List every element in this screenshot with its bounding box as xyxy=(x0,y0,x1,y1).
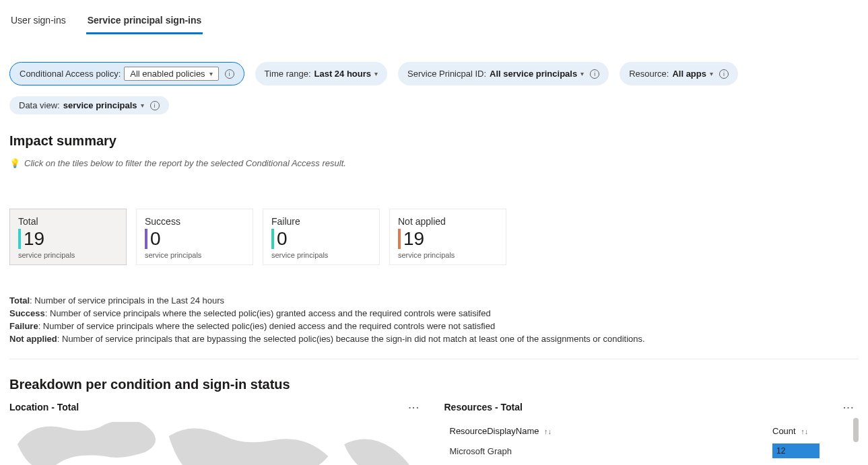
col-count[interactable]: Count ↑↓ xyxy=(772,426,853,436)
sort-icon: ↑↓ xyxy=(544,427,552,435)
tile-total-value: 19 xyxy=(24,228,44,250)
panel-resources-title: Resources - Total xyxy=(444,402,523,413)
tile-failure-bar xyxy=(271,229,274,249)
tile-na-label: Not applied xyxy=(398,216,498,227)
chevron-down-icon: ▾ xyxy=(710,70,713,77)
panel-location-menu[interactable]: ··· xyxy=(405,402,424,413)
panel-resources-menu[interactable]: ··· xyxy=(839,402,859,413)
impact-tiles: Total 19 service principals Success 0 se… xyxy=(9,209,859,265)
tab-user-signins[interactable]: User sign-ins xyxy=(9,11,67,34)
table-row[interactable]: Azure Key Vault4 xyxy=(444,462,859,465)
col-resource-name[interactable]: ResourceDisplayName ↑↓ xyxy=(450,426,773,436)
chevron-down-icon: ▾ xyxy=(209,70,213,77)
count-bar: 12 xyxy=(772,443,820,458)
impact-hint: 💡 Click on the tiles below to filter the… xyxy=(9,158,859,168)
definitions-block: Total: Number of service principals in t… xyxy=(9,295,859,345)
filter-ca-select[interactable]: All enabled policies ▾ xyxy=(124,67,218,81)
divider xyxy=(9,359,859,359)
impact-hint-text: Click on the tiles below to filter the r… xyxy=(24,158,346,168)
def-na-t: : Number of service principals that are … xyxy=(57,334,645,344)
world-map[interactable] xyxy=(9,422,424,465)
breakdown-title: Breakdown per condition and sign-in stat… xyxy=(9,377,859,392)
chevron-down-icon: ▾ xyxy=(141,102,144,109)
breakdown-panels: Location - Total ··· Resources - Total ·… xyxy=(9,402,859,465)
filter-conditional-access-policy[interactable]: Conditional Access policy: All enabled p… xyxy=(9,62,244,85)
lightbulb-icon: 💡 xyxy=(9,158,20,168)
impact-summary-title: Impact summary xyxy=(9,133,859,149)
tile-not-applied[interactable]: Not applied 19 service principals xyxy=(389,209,506,265)
filter-resource-label: Resource: xyxy=(629,69,669,79)
filter-sp-value: All service principals xyxy=(490,69,577,79)
resources-table: ResourceDisplayName ↑↓ Count ↑↓ Microsof… xyxy=(444,422,859,465)
panel-location-title: Location - Total xyxy=(9,402,79,413)
tile-total-sub: service principals xyxy=(18,251,118,259)
filter-time-label: Time range: xyxy=(265,69,311,79)
tile-total-label: Total xyxy=(18,216,118,227)
filter-ca-value: All enabled policies xyxy=(130,69,205,79)
tile-failure-sub: service principals xyxy=(271,251,371,259)
resource-name: Microsoft Graph xyxy=(450,446,773,456)
tile-failure-label: Failure xyxy=(271,216,371,227)
tile-success[interactable]: Success 0 service principals xyxy=(136,209,253,265)
filter-time-value: Last 24 hours xyxy=(314,69,372,79)
filter-dataview-label: Data view: xyxy=(19,100,60,110)
tile-success-value: 0 xyxy=(150,228,161,250)
signin-tabs: User sign-ins Service principal sign-ins xyxy=(9,11,859,35)
filter-ca-label: Conditional Access policy: xyxy=(20,69,121,79)
def-success-t: : Number of service principals where the… xyxy=(45,308,491,318)
tile-total-bar xyxy=(18,229,21,249)
tab-service-principal-signins[interactable]: Service principal sign-ins xyxy=(86,11,203,34)
panel-location: Location - Total ··· xyxy=(9,402,424,465)
filter-service-principal-id[interactable]: Service Prinicpal ID: All service princi… xyxy=(398,62,609,85)
info-icon[interactable]: i xyxy=(719,69,729,79)
filter-bar: Conditional Access policy: All enabled p… xyxy=(9,62,859,114)
tile-failure-value: 0 xyxy=(277,228,288,250)
tile-na-value: 19 xyxy=(403,228,424,250)
tile-total[interactable]: Total 19 service principals xyxy=(9,209,127,265)
def-na-b: Not applied xyxy=(9,334,57,344)
info-icon[interactable]: i xyxy=(225,69,234,79)
filter-dataview-value: service principals xyxy=(63,100,137,110)
chevron-down-icon: ▾ xyxy=(374,70,378,77)
panel-resources: Resources - Total ··· ResourceDisplayNam… xyxy=(444,402,859,465)
def-total-b: Total xyxy=(9,295,30,306)
filter-resource[interactable]: Resource: All apps ▾ i xyxy=(620,62,738,85)
filter-data-view[interactable]: Data view: service principals ▾ i xyxy=(9,96,169,114)
scrollbar[interactable] xyxy=(853,418,859,442)
def-failure-b: Failure xyxy=(9,321,38,331)
filter-resource-value: All apps xyxy=(672,69,706,79)
info-icon[interactable]: i xyxy=(150,101,160,110)
filter-sp-label: Service Prinicpal ID: xyxy=(407,69,486,79)
tile-na-bar xyxy=(398,229,401,249)
filter-time-range[interactable]: Time range: Last 24 hours ▾ xyxy=(255,62,387,85)
resources-table-header: ResourceDisplayName ↑↓ Count ↑↓ xyxy=(444,422,859,440)
sort-icon: ↑↓ xyxy=(801,427,808,435)
tile-success-sub: service principals xyxy=(145,251,244,259)
def-total-t: : Number of service principals in the La… xyxy=(30,295,224,306)
chevron-down-icon: ▾ xyxy=(580,70,584,77)
tile-success-label: Success xyxy=(145,216,244,227)
def-success-b: Success xyxy=(9,308,45,318)
table-row[interactable]: Microsoft Graph12 xyxy=(444,440,859,462)
info-icon[interactable]: i xyxy=(590,69,599,79)
tile-na-sub: service principals xyxy=(398,251,498,259)
def-failure-t: : Number of service principals where the… xyxy=(38,321,496,331)
tile-success-bar xyxy=(145,229,147,249)
tile-failure[interactable]: Failure 0 service principals xyxy=(263,209,380,265)
